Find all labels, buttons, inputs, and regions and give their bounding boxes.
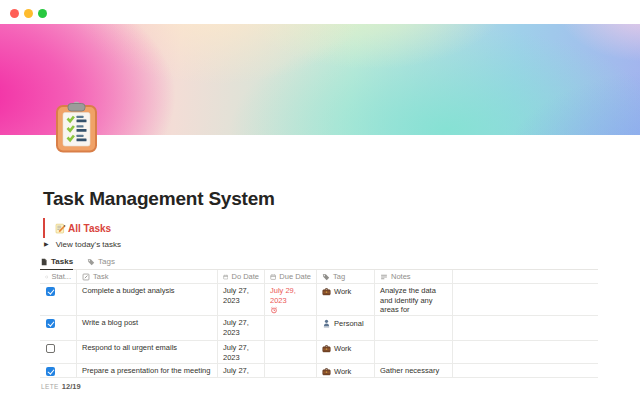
- table-row: Respond to all urgent emails July 27, 20…: [40, 341, 598, 364]
- cell-task[interactable]: Respond to all urgent emails: [77, 341, 218, 363]
- table-row: Write a blog post July 27, 2023 Personal: [40, 316, 598, 341]
- tag-label: Work: [334, 344, 351, 354]
- cell-do-date[interactable]: July 27, 2023: [218, 284, 265, 315]
- close-button[interactable]: [10, 9, 19, 18]
- cell-due-date[interactable]: July 29, 2023: [265, 284, 317, 315]
- task-checkbox[interactable]: [46, 287, 55, 296]
- cell-empty[interactable]: [453, 316, 598, 340]
- cell-empty[interactable]: [453, 284, 598, 315]
- table-footer-calculation[interactable]: LETE 12/19: [40, 378, 598, 391]
- cell-task[interactable]: Write a blog post: [77, 316, 218, 340]
- calc-value: 12/19: [62, 382, 81, 391]
- column-header-spacer[interactable]: [453, 270, 598, 283]
- column-label: Notes: [391, 272, 411, 281]
- view-todays-tasks-toggle[interactable]: ▶ View today's tasks: [44, 239, 121, 249]
- due-date-text: July 29, 2023: [270, 286, 296, 305]
- cell-tag[interactable]: Work: [317, 341, 375, 363]
- cell-status: [40, 284, 77, 315]
- task-checkbox[interactable]: [46, 344, 55, 353]
- cell-do-date[interactable]: July 27, 2023: [218, 341, 265, 363]
- table-header: Stat... Task Do Date Due Date Tag Notes: [40, 270, 598, 284]
- cell-task[interactable]: Prepare a presentation for the meeting: [77, 364, 218, 377]
- zoom-button[interactable]: [38, 9, 47, 18]
- column-header-do-date[interactable]: Do Date: [218, 270, 265, 283]
- column-header-due-date[interactable]: Due Date: [265, 270, 317, 283]
- tag-icon: [322, 273, 330, 281]
- cell-do-date[interactable]: July 27, 2023: [218, 364, 265, 377]
- cell-status: [40, 316, 77, 340]
- calc-label: LETE: [41, 383, 59, 390]
- tag-icon: [87, 258, 95, 266]
- toggle-label: View today's tasks: [56, 240, 121, 249]
- cell-tag[interactable]: Work: [317, 284, 375, 315]
- cell-notes[interactable]: Analyze the data and identify any areas …: [375, 284, 453, 315]
- calendar-icon: [270, 273, 276, 281]
- column-label: Due Date: [279, 272, 311, 281]
- clipboard-page-icon[interactable]: [55, 101, 98, 153]
- window-controls: [10, 9, 47, 18]
- tab-label: Tags: [98, 257, 115, 266]
- cell-notes[interactable]: [375, 341, 453, 363]
- cell-empty[interactable]: [453, 341, 598, 363]
- memo-icon: [55, 223, 66, 234]
- cell-notes[interactable]: [375, 316, 453, 340]
- cell-notes[interactable]: Gather necessary: [375, 364, 453, 377]
- person-icon: [322, 319, 331, 328]
- briefcase-icon: [322, 287, 331, 296]
- briefcase-icon: [322, 344, 331, 353]
- callout-label: All Tasks: [68, 223, 111, 234]
- column-header-status[interactable]: Stat...: [40, 270, 77, 283]
- column-header-tag[interactable]: Tag: [317, 270, 375, 283]
- tag-label: Work: [334, 287, 351, 297]
- edit-icon: [82, 273, 90, 281]
- tab-tasks[interactable]: Tasks: [40, 255, 73, 270]
- notes-icon: [380, 273, 388, 281]
- calendar-icon: [223, 273, 228, 281]
- cell-do-date[interactable]: July 27, 2023: [218, 316, 265, 340]
- tasks-database: Tasks Tags Stat... Task Do Date Du: [40, 254, 598, 391]
- notion-window: Task Management System All Tasks ▶ View …: [0, 0, 640, 400]
- minimize-button[interactable]: [24, 9, 33, 18]
- column-header-notes[interactable]: Notes: [375, 270, 453, 283]
- briefcase-icon: [322, 367, 331, 376]
- toggle-arrow-icon[interactable]: ▶: [44, 239, 49, 249]
- tag-label: Personal: [334, 319, 364, 329]
- cell-task[interactable]: Complete a budget analysis: [77, 284, 218, 315]
- table-row: Complete a budget analysis July 27, 2023…: [40, 284, 598, 316]
- all-tasks-callout[interactable]: All Tasks: [43, 218, 111, 238]
- status-icon: [45, 273, 48, 281]
- task-checkbox[interactable]: [46, 319, 55, 328]
- page-title[interactable]: Task Management System: [43, 188, 275, 210]
- column-label: Tag: [333, 272, 345, 281]
- alarm-reminder-icon: [270, 306, 278, 314]
- view-tabs: Tasks Tags: [40, 254, 598, 270]
- tab-tags[interactable]: Tags: [87, 254, 115, 269]
- cell-due-date[interactable]: [265, 316, 317, 340]
- column-label: Stat...: [51, 272, 71, 281]
- tab-label: Tasks: [51, 257, 73, 266]
- column-label: Task: [93, 272, 108, 281]
- cell-status: [40, 341, 77, 363]
- cell-due-date[interactable]: [265, 341, 317, 363]
- task-checkbox[interactable]: [46, 367, 55, 376]
- tag-label: Work: [334, 367, 351, 377]
- cell-empty[interactable]: [453, 364, 598, 377]
- column-label: Do Date: [231, 272, 259, 281]
- table-row: Prepare a presentation for the meeting J…: [40, 364, 598, 378]
- cell-tag[interactable]: Work: [317, 364, 375, 377]
- document-icon: [40, 258, 48, 266]
- cell-tag[interactable]: Personal: [317, 316, 375, 340]
- cell-status: [40, 364, 77, 377]
- cell-due-date[interactable]: [265, 364, 317, 377]
- column-header-task[interactable]: Task: [77, 270, 218, 283]
